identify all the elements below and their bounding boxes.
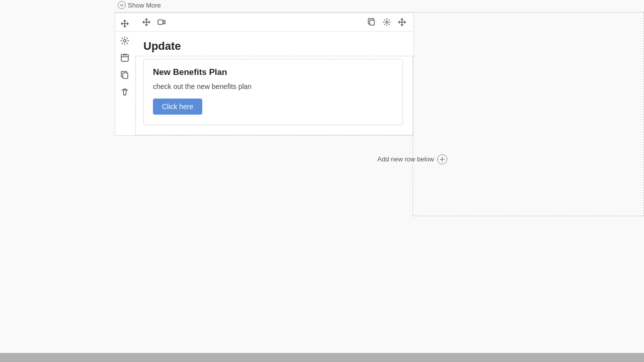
- video-toolbar-icon[interactable]: [156, 17, 167, 27]
- move-sidebar-icon[interactable]: [118, 17, 132, 31]
- show-more-label: Show More: [128, 2, 161, 9]
- svg-point-5: [386, 21, 388, 23]
- svg-rect-4: [370, 20, 374, 25]
- delete-sidebar-icon[interactable]: [118, 85, 132, 99]
- svg-rect-3: [158, 20, 163, 25]
- add-row-area[interactable]: Add new row below: [377, 155, 448, 163]
- card-title: New Benefits Plan: [153, 67, 393, 77]
- collapse-sidebar-icon[interactable]: [118, 51, 132, 65]
- svg-point-0: [124, 40, 126, 42]
- right-dashed-area: [413, 13, 644, 216]
- block-title: Update: [143, 40, 403, 53]
- copy-sidebar-icon[interactable]: [118, 68, 132, 82]
- inner-card: New Benefits Plan check out the new bene…: [143, 59, 403, 125]
- show-more-button[interactable]: Show More: [115, 0, 164, 10]
- svg-rect-2: [123, 73, 128, 78]
- top-dashed-area: Show More: [115, 0, 644, 13]
- duplicate-toolbar-icon[interactable]: [367, 17, 377, 27]
- settings-toolbar-icon[interactable]: [382, 17, 392, 27]
- settings-sidebar-icon[interactable]: [118, 34, 132, 48]
- drag-toolbar-icon[interactable]: [397, 17, 407, 27]
- add-row-icon: [437, 154, 447, 164]
- move-toolbar-icon[interactable]: [141, 17, 151, 27]
- svg-rect-1: [121, 54, 128, 61]
- click-here-button[interactable]: Click here: [153, 99, 202, 115]
- block-content: Update New Benefits Plan check out the n…: [115, 32, 413, 135]
- main-block: Update New Benefits Plan check out the n…: [115, 13, 414, 136]
- toolbar-right: [367, 17, 407, 27]
- page-container: Show More: [0, 0, 644, 362]
- add-row-label: Add new row below: [377, 155, 434, 163]
- left-sidebar: [115, 13, 135, 99]
- card-description: check out the new benefits plan: [153, 82, 393, 90]
- bottom-bar: [0, 353, 644, 362]
- show-more-icon: [118, 1, 126, 9]
- block-toolbar: [115, 13, 413, 32]
